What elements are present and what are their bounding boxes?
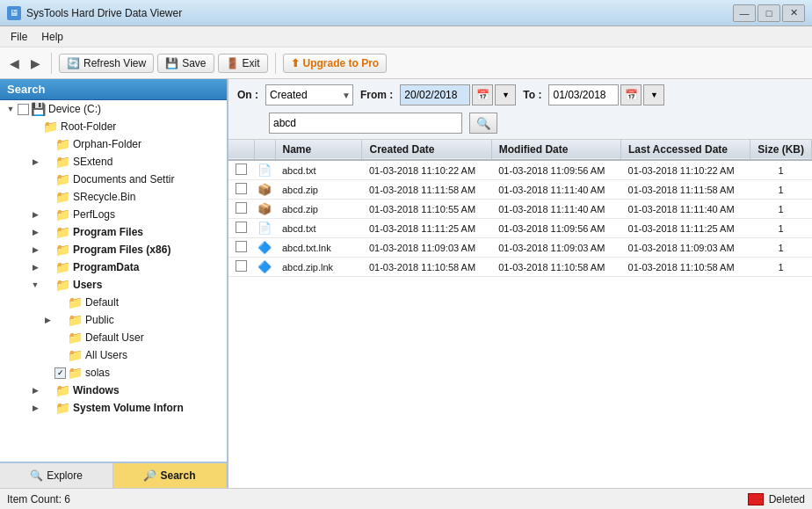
- tree-node-windows[interactable]: ▶📁Windows: [0, 382, 227, 399]
- tree-checkbox[interactable]: ✓: [54, 367, 66, 379]
- table-row[interactable]: 📦 abcd.zip 01-03-2018 11:10:55 AM 01-03-…: [228, 200, 812, 219]
- exit-button[interactable]: 🚪 Exit: [218, 54, 268, 73]
- col-header-created[interactable]: Created Date: [362, 140, 491, 160]
- tree-toggle-icon[interactable]: ▶: [28, 401, 42, 415]
- tree-node-program-files-x86[interactable]: ▶📁Program Files (x86): [0, 241, 227, 258]
- upgrade-button[interactable]: ⬆ Upgrade to Pro: [283, 54, 388, 73]
- row-filename: abcd.txt.lnk: [275, 238, 362, 258]
- table-row[interactable]: 🔷 abcd.txt.lnk 01-03-2018 11:09:03 AM 01…: [228, 238, 812, 258]
- tree-toggle-icon[interactable]: ▼: [4, 102, 18, 116]
- row-checkbox[interactable]: [236, 260, 247, 272]
- tree-node-programdata[interactable]: ▶📁ProgramData: [0, 258, 227, 276]
- tree-node-all-users[interactable]: 📁All Users: [0, 346, 227, 364]
- row-checkbox-cell[interactable]: [228, 160, 254, 180]
- from-dropdown-button[interactable]: ▼: [495, 84, 516, 105]
- calendar-icon: 📅: [476, 89, 489, 101]
- tree-checkbox[interactable]: [18, 104, 29, 115]
- tree-node-default[interactable]: 📁Default: [0, 294, 227, 311]
- tree-node-sextend[interactable]: ▶📁SExtend: [0, 153, 227, 171]
- table-row[interactable]: 🔷 abcd.zip.lnk 01-03-2018 11:10:58 AM 01…: [228, 258, 812, 277]
- tree-toggle-icon[interactable]: ▶: [28, 383, 42, 397]
- tree-toggle-icon[interactable]: ▶: [28, 207, 42, 222]
- row-checkbox[interactable]: [236, 241, 247, 252]
- row-filename: abcd.zip: [275, 200, 362, 219]
- from-calendar-button[interactable]: 📅: [472, 84, 493, 105]
- file-icon: 📦: [257, 202, 272, 215]
- row-modified-date: 01-03-2018 11:09:56 AM: [491, 219, 620, 238]
- tree-node-root-folder[interactable]: 📁Root-Folder: [0, 118, 227, 135]
- tree-toggle-icon[interactable]: ▶: [28, 260, 42, 274]
- tree-node-public[interactable]: ▶📁Public: [0, 311, 227, 329]
- right-panel: On : Created Modified Accessed ▼ From : …: [228, 79, 812, 488]
- col-header-modified[interactable]: Modified Date: [491, 140, 620, 160]
- tree-node-orphan-folder[interactable]: 📁Orphan-Folder: [0, 135, 227, 153]
- on-label: On :: [237, 89, 258, 101]
- tree-node-device-c[interactable]: ▼💾Device (C:): [0, 100, 227, 118]
- tree-toggle-icon[interactable]: ▶: [28, 225, 42, 239]
- toolbar: ◀ ▶ 🔄 Refresh View 💾 Save 🚪 Exit ⬆ Upgra…: [0, 47, 812, 79]
- row-checkbox[interactable]: [236, 164, 247, 175]
- save-button[interactable]: 💾 Save: [157, 54, 214, 73]
- explore-tab-icon: 🔍: [30, 469, 43, 482]
- to-date-input[interactable]: [548, 84, 619, 105]
- row-checkbox-cell[interactable]: [228, 238, 254, 258]
- tree-label: SRecycle.Bin: [73, 191, 135, 203]
- tree-node-users[interactable]: ▼📁Users: [0, 276, 227, 294]
- row-icon-cell: 📦: [254, 180, 275, 200]
- minimize-button[interactable]: —: [733, 4, 756, 22]
- row-checkbox[interactable]: [236, 202, 247, 214]
- col-header-size[interactable]: Size (KB): [750, 140, 812, 160]
- maximize-button[interactable]: □: [758, 4, 780, 22]
- col-header-name[interactable]: Name: [275, 140, 362, 160]
- tree-toggle-icon[interactable]: ▶: [40, 313, 54, 327]
- search-tab[interactable]: 🔎 Search: [113, 463, 227, 488]
- row-created-date: 01-03-2018 11:10:58 AM: [362, 258, 491, 277]
- folder-icon: 💾: [31, 102, 46, 116]
- tree-label: Orphan-Folder: [73, 138, 141, 150]
- file-tree[interactable]: ▼💾Device (C:)📁Root-Folder📁Orphan-Folder▶…: [0, 100, 227, 462]
- row-checkbox-cell[interactable]: [228, 258, 254, 277]
- from-date-input[interactable]: [400, 84, 470, 105]
- tree-node-srecycle-bin[interactable]: 📁SRecycle.Bin: [0, 188, 227, 206]
- row-checkbox-cell[interactable]: [228, 219, 254, 238]
- row-checkbox[interactable]: [236, 183, 247, 194]
- tree-node-default-user[interactable]: 📁Default User: [0, 329, 227, 346]
- tree-node-solas[interactable]: ✓📁solas: [0, 364, 227, 382]
- tree-node-docs-settings[interactable]: 📁Documents and Settir: [0, 171, 227, 188]
- col-header-check: [228, 140, 254, 160]
- to-calendar-button[interactable]: 📅: [620, 84, 642, 105]
- row-checkbox-cell[interactable]: [228, 180, 254, 200]
- main-layout: Search ▼💾Device (C:)📁Root-Folder📁Orphan-…: [0, 79, 812, 488]
- folder-icon: 📁: [68, 295, 83, 309]
- menu-bar: File Help: [0, 26, 812, 47]
- refresh-button[interactable]: 🔄 Refresh View: [59, 54, 154, 73]
- on-dropdown[interactable]: Created Modified Accessed: [265, 84, 353, 105]
- tree-toggle-icon[interactable]: ▶: [28, 155, 42, 169]
- tree-node-program-files[interactable]: ▶📁Program Files: [0, 223, 227, 241]
- close-button[interactable]: ✕: [782, 4, 805, 22]
- search-input[interactable]: [269, 113, 462, 134]
- nav-next-button[interactable]: ▶: [26, 53, 44, 74]
- menu-help[interactable]: Help: [34, 29, 70, 45]
- title-bar: 🖥 SysTools Hard Drive Data Viewer — □ ✕: [0, 0, 812, 26]
- row-checkbox-cell[interactable]: [228, 200, 254, 219]
- tree-toggle-icon[interactable]: ▼: [28, 278, 42, 292]
- tree-label: Program Files: [73, 226, 143, 238]
- col-header-accessed[interactable]: Last Accessed Date: [621, 140, 750, 160]
- tree-toggle-icon[interactable]: ▶: [28, 243, 42, 257]
- to-dropdown-button[interactable]: ▼: [643, 84, 664, 105]
- explore-tab[interactable]: 🔍 Explore: [0, 463, 113, 488]
- row-modified-date: 01-03-2018 11:11:40 AM: [491, 180, 620, 200]
- search-go-button[interactable]: 🔍: [469, 113, 497, 134]
- status-bar: Item Count: 6 Deleted: [0, 488, 812, 509]
- menu-file[interactable]: File: [4, 29, 34, 45]
- nav-prev-button[interactable]: ◀: [5, 53, 23, 74]
- row-checkbox[interactable]: [236, 222, 247, 233]
- table-row[interactable]: 📄 abcd.txt 01-03-2018 11:11:25 AM 01-03-…: [228, 219, 812, 238]
- table-row[interactable]: 📦 abcd.zip 01-03-2018 11:11:58 AM 01-03-…: [228, 180, 812, 200]
- tree-node-system-volume[interactable]: ▶📁System Volume Inforn: [0, 399, 227, 417]
- row-created-date: 01-03-2018 11:11:25 AM: [362, 219, 491, 238]
- row-accessed-date: 01-03-2018 11:09:03 AM: [621, 238, 750, 258]
- table-row[interactable]: 📄 abcd.txt 01-03-2018 11:10:22 AM 01-03-…: [228, 160, 812, 180]
- tree-node-perflogs[interactable]: ▶📁PerfLogs: [0, 206, 227, 223]
